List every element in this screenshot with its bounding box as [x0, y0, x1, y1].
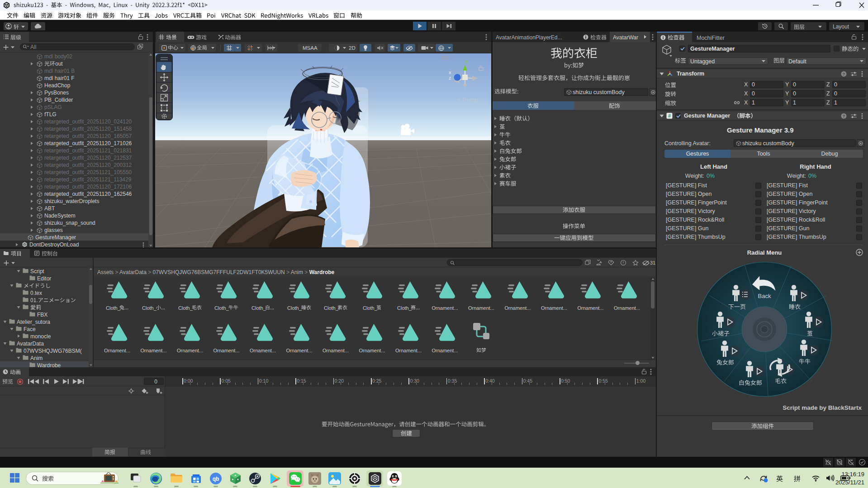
- svg-text:y: y: [465, 58, 468, 64]
- svg-text:?: ?: [843, 114, 845, 118]
- svg-text:?: ?: [843, 72, 845, 76]
- svg-text:#: #: [668, 113, 671, 118]
- svg-text:qb: qb: [213, 476, 219, 482]
- svg-text:x: x: [449, 70, 451, 75]
- svg-text:< Persp: < Persp: [457, 96, 478, 103]
- svg-text:Y: Y: [228, 48, 231, 51]
- svg-text:z: z: [449, 75, 451, 81]
